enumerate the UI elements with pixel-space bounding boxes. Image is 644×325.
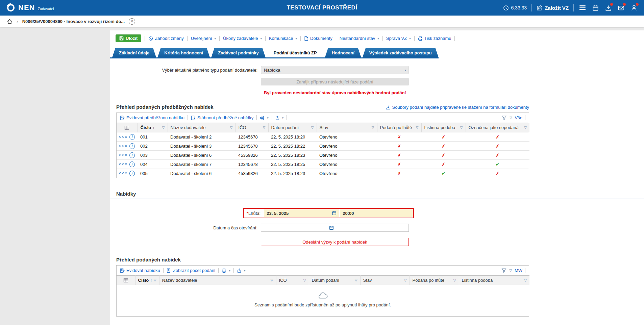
downloads-button[interactable] — [604, 4, 612, 12]
column-filter-icon[interactable]: ▽ — [263, 126, 266, 129]
documents-link[interactable]: Dokumenty — [304, 36, 332, 41]
export-table-button[interactable]: ▾ — [237, 268, 246, 273]
info-icon[interactable]: i — [129, 134, 135, 140]
send-call-for-offers-button[interactable]: Odeslání výzvy k podání nabídek — [261, 238, 409, 246]
table-row[interactable]: i 003 Dodavatel - školení 6 45359326 22.… — [117, 151, 529, 160]
register-prelim-offer-link[interactable]: Evidovat předběžnou nabídku — [120, 115, 184, 120]
column-filter-icon[interactable]: ▽ — [404, 278, 407, 282]
discard-changes-link[interactable]: Zahodit změny — [148, 36, 183, 41]
table-row[interactable]: i 005 Dodavatel - školení 6 45359326 22.… — [117, 169, 529, 178]
opening-datetime-field[interactable] — [261, 224, 409, 232]
calendar-button[interactable] — [591, 4, 599, 12]
create-vz-button[interactable]: Založit VZ — [537, 5, 569, 11]
filter-view-mw-link[interactable]: MW — [515, 268, 522, 273]
row-actions-button[interactable] — [119, 136, 127, 138]
deadline-time-field[interactable]: 20:00 — [340, 209, 413, 217]
tab-podani-ucastniku-zp[interactable]: Podání účastníků ZP — [267, 48, 324, 57]
breadcrumb-item[interactable]: N006/25/V00004860 - Inovace v rozvoji ří… — [22, 19, 125, 24]
submission-files-link[interactable]: Soubory podání najdete připravené ke sta… — [386, 105, 529, 110]
tab-vysledek-zadavaciho-postupu[interactable]: Výsledek zadávacího postupu — [363, 48, 439, 57]
column-filter-icon[interactable]: ▽ — [311, 126, 314, 129]
filter-dropdown-icon[interactable]: ▽ — [509, 269, 512, 272]
tab-kriteria-hodnoceni[interactable]: Kritéria hodnocení — [157, 48, 210, 57]
vz-admin-menu[interactable]: Správa VZ▾ — [386, 36, 411, 41]
info-icon[interactable]: i — [129, 161, 135, 167]
column-filter-icon[interactable]: ▽ — [453, 278, 456, 282]
info-icon[interactable]: i — [129, 143, 135, 149]
column-header-cislo[interactable]: Číslo↑▽ — [138, 123, 168, 132]
profile-button[interactable] — [630, 4, 638, 12]
column-header-stav[interactable]: Stav▽ — [317, 123, 377, 132]
column-header-datum-podani[interactable]: Datum podání▽ — [309, 276, 360, 285]
download-prelim-offers-link[interactable]: Stáhnout předběžné nabídky — [191, 115, 253, 120]
start-next-phase-button[interactable]: Zahájit přípravu následující fáze podání — [261, 78, 409, 85]
save-button[interactable]: Uložit — [116, 34, 141, 42]
row-actions-button[interactable] — [119, 154, 127, 156]
column-filter-icon[interactable]: ▽ — [154, 278, 156, 282]
filter-dropdown-icon[interactable]: ▽ — [510, 116, 512, 120]
column-header-nazev-dodavatele[interactable]: Název dodavatele▽ — [168, 123, 236, 132]
register-offer-link[interactable]: Evidovat nabídku — [120, 268, 160, 273]
column-filter-icon[interactable]: ▽ — [355, 278, 357, 282]
column-settings-header[interactable] — [117, 276, 135, 285]
export-table-button[interactable]: ▾ — [275, 116, 284, 120]
form-count-icon — [167, 268, 171, 273]
print-table-button[interactable]: ▾ — [260, 116, 269, 120]
column-header-ico[interactable]: IČO▽ — [236, 123, 268, 132]
column-filter-icon[interactable]: ▽ — [162, 126, 165, 129]
info-icon[interactable]: i — [129, 152, 135, 158]
column-filter-icon[interactable]: ▽ — [271, 278, 273, 282]
info-icon[interactable]: i — [129, 171, 135, 176]
row-actions-button[interactable] — [119, 163, 127, 165]
column-header-oznacena-jako-nepodana[interactable]: Označena jako nepodaná▽ — [466, 123, 529, 132]
filter-funnel-icon[interactable] — [502, 115, 507, 120]
column-filter-icon[interactable]: ▽ — [524, 126, 527, 129]
submission-type-select[interactable]: Nabídka ▾ — [261, 66, 409, 74]
column-header-podana-po-lhute[interactable]: Podaná po lhůtě▽ — [410, 276, 459, 285]
close-record-icon[interactable]: ✕ — [129, 18, 135, 25]
column-filter-icon[interactable]: ▽ — [416, 126, 419, 129]
column-header-ico[interactable]: IČO▽ — [276, 276, 309, 285]
row-actions-button[interactable] — [119, 145, 127, 147]
filter-view-all-link[interactable]: Vše — [515, 115, 522, 120]
deadline-date-field[interactable]: 23. 5. 2025 — [264, 209, 339, 217]
column-filter-icon[interactable]: ▽ — [460, 126, 463, 129]
column-header-cislo[interactable]: Číslo↑▽ — [135, 276, 159, 285]
column-filter-icon[interactable]: ▽ — [524, 278, 527, 282]
show-submission-count-link[interactable]: Zobrazit počet podání — [167, 268, 216, 273]
filter-funnel-icon[interactable] — [501, 268, 506, 273]
column-header-podana-po-lhute[interactable]: Podaná po lhůtě▽ — [377, 123, 421, 132]
create-vz-label: Založit VZ — [545, 5, 569, 11]
nonstandard-state-menu[interactable]: Nestandardní stav▾ — [340, 36, 379, 41]
column-filter-icon[interactable]: ▽ — [372, 126, 374, 129]
column-header-listinna-podoba[interactable]: Listinná podoba▽ — [421, 123, 466, 132]
nen-brand[interactable]: NEN Zadavatel — [6, 3, 54, 12]
tab-hodnoceni[interactable]: Hodnocení — [325, 48, 361, 57]
column-filter-icon[interactable]: ▽ — [230, 126, 233, 129]
row-actions-button[interactable] — [119, 172, 127, 174]
calendar-icon[interactable] — [329, 225, 334, 230]
top-bar: NEN Zadavatel TESTOVACÍ PROSTŘEDÍ 6:33:3… — [0, 0, 644, 16]
table-row[interactable]: i 004 Dodavatel - školení 7 12345678 22.… — [117, 160, 529, 169]
contracting-actions-menu[interactable]: Úkony zadavatele▾ — [223, 36, 262, 41]
publish-menu[interactable]: Uveřejnění▾ — [191, 36, 216, 41]
home-icon[interactable] — [7, 19, 13, 24]
calendar-icon[interactable] — [332, 211, 337, 216]
breadcrumb-separator: › — [17, 19, 18, 24]
table-row[interactable]: i 001 Dodavatel - školení 2 12345678 22.… — [117, 132, 529, 142]
tab-zadavaci-podminky[interactable]: Zadávací podmínky — [211, 48, 266, 57]
print-record-link[interactable]: Tisk záznamu — [418, 36, 451, 41]
communication-menu[interactable]: Komunikace▾ — [269, 36, 297, 41]
column-header-listinna-podoba[interactable]: Listinná podoba▽ — [459, 276, 529, 285]
messages-button[interactable] — [617, 4, 625, 12]
tab-zakladni-udaje[interactable]: Základní údaje — [112, 48, 156, 57]
column-header-nazev-dodavatele[interactable]: Název dodavatele▽ — [159, 276, 276, 285]
column-header-datum-podani[interactable]: Datum podání▽ — [268, 123, 317, 132]
print-table-button[interactable]: ▾ — [222, 268, 230, 273]
column-header-stav[interactable]: Stav▽ — [360, 276, 410, 285]
menu-button[interactable] — [578, 4, 587, 12]
cell-status: Otevřeno — [317, 151, 377, 160]
table-row[interactable]: i 002 Dodavatel - školení 3 12345678 22.… — [117, 142, 529, 151]
column-filter-icon[interactable]: ▽ — [303, 278, 306, 282]
column-settings-header[interactable] — [117, 123, 138, 132]
